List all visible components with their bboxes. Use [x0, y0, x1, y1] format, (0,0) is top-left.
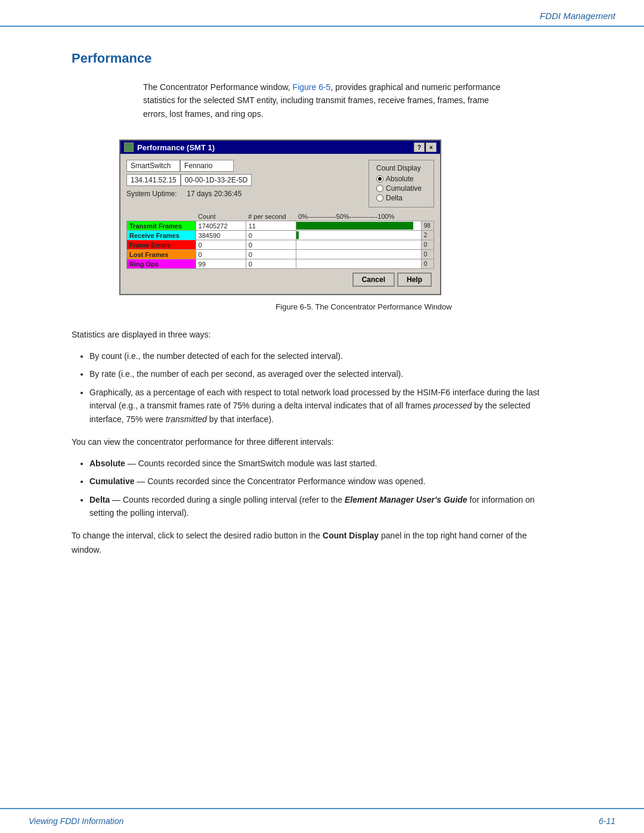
window-icon — [124, 143, 134, 152]
window-footer: Cancel Help — [126, 269, 434, 288]
radio-cumulative-circle[interactable] — [376, 185, 383, 192]
change-text: To change the interval, click to select … — [72, 529, 549, 558]
table-row: Frame Errors000 — [127, 240, 434, 250]
header-title: FDDI Management — [540, 11, 615, 21]
table-row: Receive Frames38459002 — [127, 231, 434, 240]
row-number: 0 — [421, 250, 434, 259]
bullet-graphical: Graphically, as a percentage of each wit… — [89, 386, 555, 426]
row-rate: 0 — [246, 231, 296, 240]
left-info: SmartSwitch Fennario 134.141.52.15 00-00… — [126, 160, 357, 202]
info-row-1: SmartSwitch Fennario — [126, 160, 357, 172]
intro-paragraph: The Concentrator Performance window, Fig… — [143, 80, 513, 120]
col-header-rate: # per second — [246, 212, 296, 221]
window-body: SmartSwitch Fennario 134.141.52.15 00-00… — [120, 154, 440, 294]
top-section: SmartSwitch Fennario 134.141.52.15 00-00… — [126, 160, 434, 208]
col-header-label — [127, 212, 196, 221]
row-label: Frame Errors — [127, 240, 196, 250]
mac-field: 00-00-1D-33-2E-5D — [181, 174, 252, 186]
window-controls: ? × — [414, 143, 436, 152]
row-label: Transmit Frames — [127, 221, 196, 231]
row-count: 17405272 — [196, 221, 246, 231]
performance-window: Performance (SMT 1) ? × SmartSwitch Fenn… — [119, 140, 441, 295]
row-count: 99 — [196, 259, 246, 269]
window-frame: Performance (SMT 1) ? × SmartSwitch Fenn… — [119, 140, 441, 295]
count-display-title: Count Display — [376, 164, 426, 172]
device-field: SmartSwitch — [126, 160, 180, 172]
intervals-intro: You can view the concentrator performanc… — [72, 435, 549, 450]
bullet-rate: By rate (i.e., the number of each per se… — [89, 367, 555, 380]
bullet-count: By count (i.e., the number detected of e… — [89, 349, 555, 363]
radio-delta[interactable]: Delta — [376, 194, 426, 202]
stats-bullets: By count (i.e., the number detected of e… — [89, 349, 555, 426]
radio-absolute-circle[interactable] — [376, 175, 383, 182]
radio-delta-label: Delta — [386, 194, 402, 202]
close-button[interactable]: × — [426, 143, 436, 152]
uptime-value: 17 days 20:36:45 — [187, 190, 242, 198]
row-number: 0 — [421, 259, 434, 269]
radio-absolute-label: Absolute — [386, 175, 414, 183]
radio-cumulative-label: Cumulative — [386, 184, 422, 193]
ip-field: 134.141.52.15 — [126, 174, 181, 186]
row-rate: 0 — [246, 250, 296, 259]
row-rate: 0 — [246, 259, 296, 269]
titlebar-left: Performance (SMT 1) — [124, 143, 215, 152]
row-bar — [296, 250, 421, 259]
row-bar — [296, 231, 421, 240]
performance-table: Count # per second 0%-------------50%---… — [126, 212, 434, 269]
row-label: Ring Ops — [127, 259, 196, 269]
interval-bullets: Absolute — Counts recorded since the Sma… — [89, 457, 555, 520]
info-row-2: 134.141.52.15 00-00-1D-33-2E-5D — [126, 174, 357, 186]
page-footer: Viewing FDDI Information 6-11 — [0, 808, 644, 833]
row-bar — [296, 259, 421, 269]
help-button[interactable]: ? — [414, 143, 425, 152]
row-label: Lost Frames — [127, 250, 196, 259]
bullet-cumulative: Cumulative — Counts recorded since the C… — [89, 475, 555, 488]
col-header-count: Count — [196, 212, 246, 221]
window-titlebar: Performance (SMT 1) ? × — [120, 141, 440, 154]
uptime-row: System Uptime: 17 days 20:36:45 — [126, 190, 357, 198]
table-row: Lost Frames000 — [127, 250, 434, 259]
table-row: Transmit Frames174052721198 — [127, 221, 434, 231]
row-count: 0 — [196, 250, 246, 259]
row-rate: 11 — [246, 221, 296, 231]
count-display-panel: Count Display Absolute Cumulative Delta — [369, 160, 434, 208]
bullet-delta: Delta — Counts recorded during a single … — [89, 493, 555, 520]
cancel-button[interactable]: Cancel — [352, 272, 395, 287]
section-title: Performance — [72, 51, 608, 66]
bullet-absolute: Absolute — Counts recorded since the Sma… — [89, 457, 555, 470]
col-header-bar: 0%-------------50%-------------100% — [296, 212, 421, 221]
radio-absolute[interactable]: Absolute — [376, 175, 426, 183]
main-content: Performance The Concentrator Performance… — [0, 27, 644, 600]
figure-link[interactable]: Figure 6-5 — [293, 82, 331, 92]
radio-cumulative[interactable]: Cumulative — [376, 184, 426, 193]
name-field: Fennario — [180, 160, 234, 172]
row-rate: 0 — [246, 240, 296, 250]
window-title: Performance (SMT 1) — [137, 143, 215, 152]
footer-left: Viewing FDDI Information — [29, 816, 123, 826]
row-bar — [296, 240, 421, 250]
help-footer-button[interactable]: Help — [397, 272, 432, 287]
page-header: FDDI Management — [0, 0, 644, 27]
stats-intro: Statistics are displayed in three ways: — [72, 328, 549, 342]
footer-right: 6-11 — [599, 816, 615, 826]
radio-delta-circle[interactable] — [376, 194, 383, 202]
row-label: Receive Frames — [127, 231, 196, 240]
col-header-num — [421, 212, 434, 221]
uptime-label: System Uptime: — [126, 190, 177, 198]
row-count: 0 — [196, 240, 246, 250]
row-number: 2 — [421, 231, 434, 240]
row-number: 0 — [421, 240, 434, 250]
table-row: Ring Ops9900 — [127, 259, 434, 269]
figure-caption: Figure 6-5. The Concentrator Performance… — [119, 302, 608, 311]
row-number: 98 — [421, 221, 434, 231]
row-count: 384590 — [196, 231, 246, 240]
row-bar — [296, 221, 421, 231]
